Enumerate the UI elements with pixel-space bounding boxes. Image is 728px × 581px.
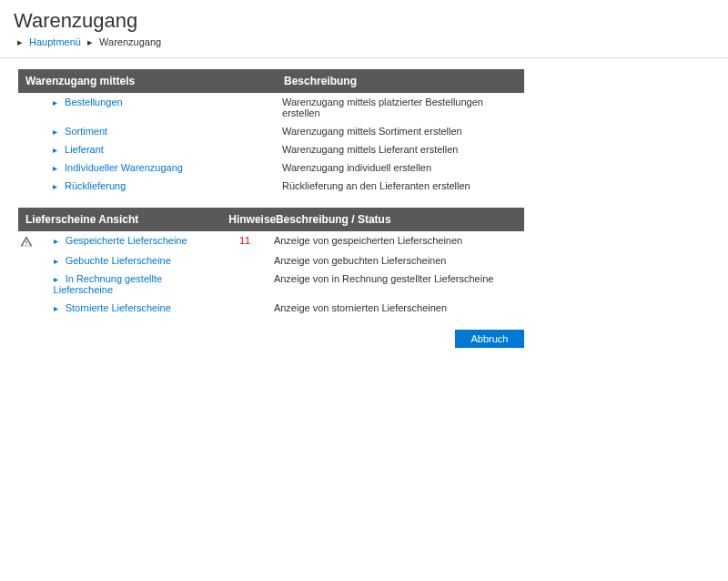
header-beschreibung-status: Beschreibung / Status	[268, 208, 524, 231]
row-icon-cell	[18, 299, 35, 317]
description: Anzeige von stornierten Lieferscheinen	[268, 299, 524, 317]
breadcrumb-home[interactable]: Hauptmenü	[29, 36, 81, 47]
header-hinweise: Hinweise	[221, 208, 268, 231]
nav-link[interactable]: Sortiment	[65, 126, 107, 137]
chevron-right-icon: ▸	[54, 236, 63, 246]
chevron-right-icon: ▸	[53, 163, 62, 173]
description: Warenzugang mittels Lieferant erstellen	[277, 140, 524, 158]
table-row: ▸ Gebuchte LieferscheineAnzeige von gebu…	[18, 251, 524, 270]
chevron-right-icon: ▸	[53, 145, 62, 155]
link-cell: ▸ Individueller Warenzugang	[35, 158, 277, 177]
row-icon-cell	[18, 177, 35, 195]
chevron-right-icon: ▸	[53, 97, 62, 107]
link-cell: ▸ Stornierte Lieferscheine	[35, 299, 222, 317]
hinweise-count	[221, 299, 268, 317]
description: Warenzugang mittels Sortiment erstellen	[277, 122, 524, 140]
row-icon-cell	[18, 93, 35, 122]
hinweise-count	[221, 251, 268, 270]
table-row: ▸ Individueller WarenzugangWarenzugang i…	[18, 158, 524, 177]
chevron-right-icon: ▸	[54, 256, 63, 266]
table-row: ▸ In Rechnung gestellte LieferscheineAnz…	[18, 270, 524, 299]
warning-icon	[20, 235, 33, 248]
nav-link[interactable]: Rücklieferung	[65, 180, 126, 191]
breadcrumb-current: Warenzugang	[99, 36, 161, 47]
link-cell: ▸ Rücklieferung	[35, 177, 277, 195]
link-cell: ▸ Gebuchte Lieferscheine	[35, 251, 222, 270]
table-row: ▸ SortimentWarenzugang mittels Sortiment…	[18, 122, 524, 140]
chevron-right-icon: ▸	[87, 36, 93, 47]
description: Anzeige von gespeicherten Lieferscheinen	[268, 231, 524, 251]
row-icon-cell	[18, 122, 35, 140]
chevron-right-icon: ▸	[54, 303, 63, 313]
nav-link[interactable]: Individueller Warenzugang	[65, 162, 183, 173]
cancel-button[interactable]: Abbruch	[455, 330, 524, 348]
table-row: ▸ Stornierte LieferscheineAnzeige von st…	[18, 299, 524, 317]
table-row: ▸ BestellungenWarenzugang mittels platzi…	[18, 93, 524, 122]
link-cell: ▸ Sortiment	[35, 122, 277, 140]
description: Rücklieferung an den Lieferanten erstell…	[277, 177, 524, 195]
divider	[0, 57, 728, 58]
row-icon-cell	[18, 140, 35, 158]
nav-link[interactable]: Gespeicherte Lieferscheine	[66, 235, 187, 246]
description: Anzeige von gebuchten Lieferscheinen	[268, 251, 524, 270]
chevron-right-icon: ▸	[17, 36, 23, 47]
header-beschreibung: Beschreibung	[277, 69, 524, 93]
hinweise-count: 11	[221, 231, 268, 251]
nav-link[interactable]: In Rechnung gestellte Lieferscheine	[54, 273, 162, 295]
table-row: ▸ LieferantWarenzugang mittels Lieferant…	[18, 140, 524, 158]
table-row: ▸ RücklieferungRücklieferung an den Lief…	[18, 177, 524, 195]
hinweise-count	[221, 270, 268, 299]
link-cell: ▸ Gespeicherte Lieferscheine	[35, 231, 222, 251]
nav-link[interactable]: Bestellungen	[65, 97, 123, 107]
row-icon-cell	[18, 158, 35, 177]
description: Warenzugang individuell erstellen	[277, 158, 524, 177]
row-icon-cell	[18, 251, 35, 270]
link-cell: ▸ Bestellungen	[35, 93, 277, 122]
row-icon-cell	[18, 270, 35, 299]
table-row: ▸ Gespeicherte Lieferscheine11Anzeige vo…	[18, 231, 524, 251]
link-cell: ▸ Lieferant	[35, 140, 277, 158]
link-cell: ▸ In Rechnung gestellte Lieferscheine	[35, 270, 222, 299]
chevron-right-icon: ▸	[53, 127, 62, 137]
row-icon-cell	[18, 231, 35, 251]
description: Warenzugang mittels platzierter Bestellu…	[277, 93, 524, 122]
nav-link[interactable]: Lieferant	[65, 144, 104, 155]
lieferscheine-ansicht-table: Lieferscheine Ansicht Hinweise Beschreib…	[18, 208, 524, 317]
nav-link[interactable]: Stornierte Lieferscheine	[66, 302, 171, 313]
warenzugang-mittels-table: Warenzugang mittels Beschreibung ▸ Beste…	[18, 69, 524, 195]
chevron-right-icon: ▸	[53, 181, 62, 191]
description: Anzeige von in Rechnung gestellter Liefe…	[268, 270, 524, 299]
header-lieferscheine-ansicht: Lieferscheine Ansicht	[18, 208, 221, 231]
nav-link[interactable]: Gebuchte Lieferscheine	[66, 255, 171, 266]
chevron-right-icon: ▸	[54, 274, 63, 284]
header-warenzugang-mittels: Warenzugang mittels	[18, 69, 277, 93]
breadcrumb: ▸ Hauptmenü ▸ Warenzugang	[14, 36, 728, 48]
page-title: Warenzugang	[14, 9, 728, 33]
